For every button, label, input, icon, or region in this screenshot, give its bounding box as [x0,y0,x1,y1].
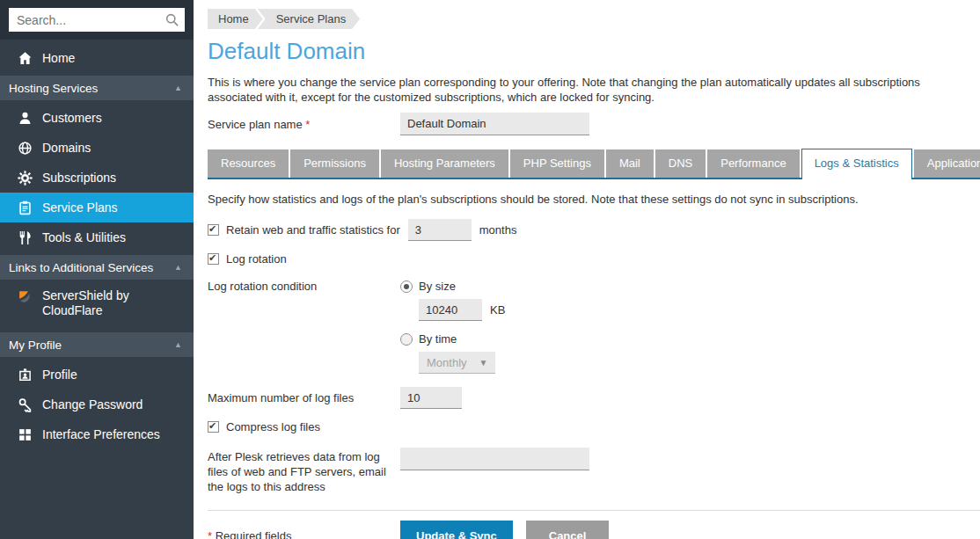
breadcrumb-service-plans[interactable]: Service Plans [258,9,360,29]
sidebar-item-subscriptions[interactable]: Subscriptions [0,163,194,193]
tab-php-settings[interactable]: PHP Settings [510,149,604,178]
section-title: Hosting Services [9,82,98,95]
grid-icon [18,427,33,442]
update-sync-button[interactable]: Update & Sync [400,521,513,539]
email-logs-label: After Plesk retrieves data from log file… [208,448,400,494]
main-content: Home Service Plans Default Domain This i… [194,0,980,539]
max-log-files-input[interactable] [400,387,462,409]
section-title: Links to Additional Services [9,261,153,274]
sidebar-item-profile[interactable]: Profile [0,360,194,390]
required-fields-note: * Required fields [208,529,400,539]
sidebar-group-additional-services: ServerShield by CloudFlare [0,280,194,325]
retain-stats-row: Retain web and traffic statistics for mo… [208,219,980,241]
tab-mail[interactable]: Mail [606,149,654,178]
log-rotation-condition-controls: By size KB By time Monthly ▼ [400,280,505,374]
by-time-label: By time [419,332,457,346]
retain-stats-checkbox[interactable] [208,224,219,236]
clipboard-icon [18,200,33,215]
sidebar-item-domains[interactable]: Domains [0,133,194,163]
log-rotation-condition-label: Log rotation condition [208,280,400,293]
sidebar-item-label: Domains [42,141,91,155]
email-logs-row: After Plesk retrieves data from log file… [208,448,980,494]
max-log-files-label: Maximum number of log files [208,391,400,404]
required-asterisk: * [305,118,310,131]
sidebar-section-my-profile[interactable]: My Profile ▲ [0,332,194,357]
sidebar-item-label: Home [42,51,75,65]
by-size-unit: KB [490,303,505,317]
servershield-icon [18,289,33,304]
sidebar-section-hosting-services[interactable]: Hosting Services ▲ [0,76,194,100]
tab-bar: Resources Permissions Hosting Parameters… [208,149,980,179]
selected-option: Monthly [427,356,467,369]
tab-description: Specify how statistics and logs of the p… [208,192,980,207]
sidebar-item-label: Tools & Utilities [42,230,126,244]
log-rotation-checkbox[interactable] [208,253,219,265]
chevron-down-icon: ▼ [479,358,488,368]
breadcrumb: Home Service Plans [208,9,980,29]
service-plan-name-input[interactable] [400,113,589,135]
by-size-input-line: KB [419,299,505,321]
max-log-files-row: Maximum number of log files [208,387,980,409]
service-plan-name-row: Service plan name * [208,113,980,135]
sidebar-item-label: Profile [42,368,77,382]
log-rotation-condition-row: Log rotation condition By size KB By tim… [208,280,980,374]
globe-icon [18,141,33,156]
search-input[interactable] [9,8,185,32]
cancel-button[interactable]: Cancel [526,521,610,539]
required-asterisk: * [208,529,212,539]
tab-resources[interactable]: Resources [208,149,289,178]
tab-dns[interactable]: DNS [655,149,706,178]
log-rotation-row: Log rotation [208,252,980,266]
sidebar-item-interface-preferences[interactable]: Interface Preferences [0,419,194,449]
sidebar: Home Hosting Services ▲ Customers Domain… [0,0,194,539]
sidebar-item-label: Service Plans [42,200,118,215]
search-icon[interactable] [165,12,179,27]
section-title: My Profile [9,339,62,352]
caret-up-icon: ▲ [174,84,182,92]
tab-logs-statistics[interactable]: Logs & Statistics [801,149,912,179]
log-rotation-label: Log rotation [226,252,287,266]
key-icon [18,397,33,412]
caret-up-icon: ▲ [174,263,182,272]
by-size-label: By size [419,280,456,293]
tab-hosting-parameters[interactable]: Hosting Parameters [381,149,508,178]
breadcrumb-home[interactable]: Home [208,9,263,29]
footer-divider [208,510,980,511]
by-time-period-select[interactable]: Monthly ▼ [419,352,495,374]
id-badge-icon [18,368,33,382]
sidebar-section-additional-services[interactable]: Links to Additional Services ▲ [0,255,194,280]
sidebar-group-my-profile: Profile Change Password Interface Prefer… [0,357,194,449]
sidebar-item-servershield[interactable]: ServerShield by CloudFlare [0,282,194,325]
sidebar-item-tools-utilities[interactable]: Tools & Utilities [0,222,194,252]
sidebar-item-service-plans[interactable]: Service Plans [0,193,194,222]
page-title: Default Domain [208,38,980,64]
sidebar-item-customers[interactable]: Customers [0,103,194,133]
compress-log-files-checkbox[interactable] [208,421,219,433]
gear-icon [18,171,33,186]
person-icon [18,111,33,126]
retain-months-input[interactable] [408,219,472,241]
utensils-icon [18,230,33,245]
plesk-app: Home Hosting Services ▲ Customers Domain… [0,0,980,539]
sidebar-item-home[interactable]: Home [0,43,194,73]
service-plan-name-label: Service plan name * [208,118,400,131]
by-size-kb-input[interactable] [419,299,482,321]
sidebar-item-label: Interface Preferences [42,427,160,441]
tab-performance[interactable]: Performance [707,149,799,178]
tab-permissions[interactable]: Permissions [290,149,379,178]
sidebar-item-change-password[interactable]: Change Password [0,390,194,419]
page-description: This is where you change the service pla… [208,75,966,105]
search-box [9,8,185,32]
sidebar-item-label: ServerShield by CloudFlare [42,288,183,318]
by-size-option: By size [400,280,505,293]
by-time-option: By time [400,332,505,346]
email-logs-input[interactable] [400,448,589,470]
by-size-radio[interactable] [400,280,413,293]
tab-applications[interactable]: Applications [914,149,980,178]
retain-stats-label: Retain web and traffic statistics for [226,223,400,237]
by-time-radio[interactable] [400,333,413,346]
sidebar-search-strip [0,0,194,40]
sidebar-item-label: Change Password [42,397,143,412]
footer-row: * Required fields Update & Sync Cancel [208,521,980,539]
home-icon [18,51,33,66]
